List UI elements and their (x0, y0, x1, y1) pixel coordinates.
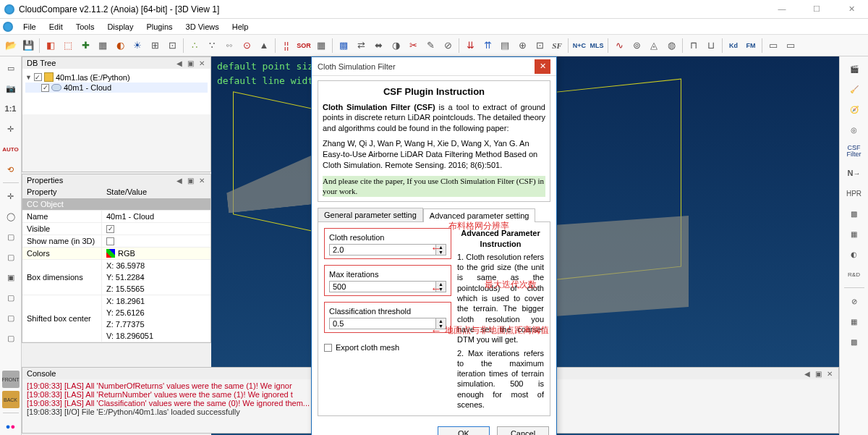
hpr-icon[interactable]: HPR (843, 184, 865, 203)
tool-icon[interactable]: ¦¦ (278, 38, 294, 54)
cloth-resolution-input[interactable] (329, 244, 436, 255)
export-mesh-checkbox[interactable] (324, 344, 332, 352)
tool-icon[interactable]: ☀ (129, 38, 145, 54)
cube-icon[interactable]: ▢ (2, 248, 20, 266)
tool-icon[interactable]: ⊚ (629, 38, 644, 54)
tool-icon[interactable]: ▦ (95, 38, 111, 54)
tool-icon[interactable]: ◧ (43, 38, 59, 54)
auto-icon[interactable]: AUTO (2, 140, 20, 158)
tool-icon[interactable]: MLS (589, 38, 605, 54)
tool-icon[interactable]: ▲ (256, 38, 272, 54)
menu-help[interactable]: Help (226, 21, 255, 33)
cube-icon[interactable]: ▢ (2, 289, 20, 306)
menu-plugins[interactable]: Plugins (140, 21, 178, 33)
tool-icon[interactable]: ✚ (77, 38, 93, 54)
north-icon[interactable]: N→ (843, 164, 865, 182)
menu-file[interactable]: File (17, 21, 42, 33)
csf-filter-button[interactable]: CSF Filter (843, 140, 865, 162)
tool-icon[interactable]: ⊘ (843, 292, 865, 311)
tool-icon[interactable]: ◐ (112, 38, 128, 54)
tool-icon[interactable]: ⊕ (514, 38, 530, 54)
tool-icon[interactable]: ◍ (663, 38, 679, 54)
tool-icon[interactable]: ⇊ (462, 38, 478, 54)
expand-icon[interactable]: ▼ (25, 74, 32, 81)
tree-child-row[interactable]: ✓ 40m1 - Cloud (25, 83, 208, 93)
window-close-button[interactable]: ✕ (839, 4, 864, 14)
tool-icon[interactable]: ⇈ (480, 38, 495, 54)
front-icon[interactable]: FRONT (2, 371, 20, 388)
tool-icon[interactable]: SOR (296, 38, 312, 54)
tool-icon[interactable]: SF (549, 38, 565, 54)
ok-button[interactable]: OK (438, 426, 490, 435)
tool-icon[interactable]: ⊡ (164, 38, 180, 54)
tool-icon[interactable]: ▤ (497, 38, 513, 54)
tool-icon[interactable]: ✂ (405, 38, 421, 54)
tool-icon[interactable]: ▩ (843, 332, 865, 351)
tool-icon[interactable]: ▩ (843, 204, 865, 223)
window-minimize-button[interactable]: — (770, 4, 794, 14)
tool-icon[interactable]: ⬌ (370, 38, 386, 54)
visible-checkbox[interactable]: ✓ (106, 225, 114, 233)
tool-icon[interactable]: ∿ (611, 38, 627, 54)
window-maximize-button[interactable]: ☐ (804, 4, 829, 14)
globe-icon[interactable]: ◯ (2, 208, 20, 225)
tool-icon[interactable]: ⊓ (686, 38, 702, 54)
tool-icon[interactable]: ◑ (388, 38, 404, 54)
save-icon[interactable]: 💾 (20, 38, 36, 54)
cube-icon[interactable]: ▢ (2, 309, 20, 326)
panel-buttons[interactable]: ◀ ▣ ✕ (176, 59, 206, 67)
pick-icon[interactable]: ✛ (2, 120, 20, 138)
broom-icon[interactable]: 🧹 (843, 80, 865, 98)
tool-icon[interactable]: ⊙ (239, 38, 255, 54)
panel-buttons[interactable]: ◀ ▣ ✕ (176, 177, 206, 185)
flickr-icon[interactable]: ●● (2, 418, 20, 435)
tool-icon[interactable]: ∴ (187, 38, 203, 54)
cube-icon[interactable]: ▢ (2, 228, 20, 245)
tool-icon[interactable]: ▭ (783, 38, 799, 54)
tool-icon[interactable]: FM (743, 38, 759, 54)
checkbox[interactable]: ✓ (34, 73, 42, 81)
tool-icon[interactable]: Kd (726, 38, 741, 54)
cancel-button[interactable]: Cancel (497, 426, 549, 435)
dialog-close-button[interactable]: ✕ (535, 59, 550, 74)
panel-buttons[interactable]: ◀ ▣ ✕ (804, 370, 834, 378)
cube-icon[interactable]: ▢ (2, 329, 20, 347)
menu-tools[interactable]: Tools (70, 21, 101, 33)
camera-icon[interactable]: 📷 (2, 80, 20, 97)
tool-icon[interactable]: ◬ (646, 38, 662, 54)
tool-icon[interactable]: ▦ (843, 312, 865, 331)
max-iterations-input[interactable] (329, 281, 436, 292)
compass-icon[interactable]: 🧭 (843, 100, 865, 119)
tab-general[interactable]: General parameter setting (318, 208, 423, 221)
tool-icon[interactable]: ◐ (843, 245, 865, 263)
tool-icon[interactable]: ⇄ (353, 38, 369, 54)
menu-edit[interactable]: Edit (43, 21, 69, 33)
menu-3dviews[interactable]: 3D Views (180, 21, 225, 33)
tool-icon[interactable]: ▦ (843, 224, 865, 243)
tool-icon[interactable]: ⊞ (147, 38, 163, 54)
tool-icon[interactable]: N+C (571, 38, 587, 54)
tool-icon[interactable]: ⊡ (532, 38, 548, 54)
open-icon[interactable]: 📂 (3, 38, 19, 54)
tool-icon[interactable]: ▭ (765, 38, 781, 54)
menu-display[interactable]: Display (101, 21, 139, 33)
tool-icon[interactable]: ◦◦ (221, 38, 237, 54)
tree-root-row[interactable]: ▼ ✓ 40m1.las (E:/Python) (25, 72, 208, 83)
target-icon[interactable]: ◎ (843, 120, 865, 139)
tool-icon[interactable]: ▦ (313, 38, 329, 54)
tool-icon[interactable]: ⊔ (703, 38, 719, 54)
rotate-icon[interactable]: ⟲ (2, 161, 20, 178)
checkbox[interactable]: ✓ (41, 84, 49, 92)
clapper-icon[interactable]: 🎬 (843, 59, 865, 78)
scale-1-1-icon[interactable]: 1:1 (2, 100, 20, 117)
tool-icon[interactable]: R&D (843, 265, 865, 284)
back-icon[interactable]: BACK (2, 391, 20, 408)
axis-icon[interactable]: ✛ (2, 187, 20, 205)
classification-threshold-input[interactable] (329, 318, 436, 329)
showname-checkbox[interactable] (106, 237, 114, 245)
tool-icon[interactable]: ⬚ (60, 38, 76, 54)
rail-icon[interactable]: ▭ (2, 59, 20, 77)
tool-icon[interactable]: ∵ (204, 38, 220, 54)
cube-icon[interactable]: ▣ (2, 269, 20, 286)
tool-icon[interactable]: ⊘ (440, 38, 456, 54)
